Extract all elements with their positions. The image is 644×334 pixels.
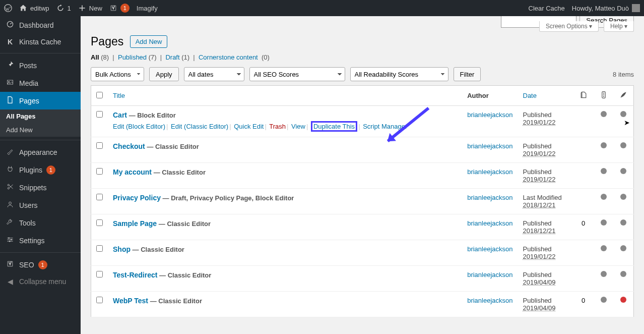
col-title[interactable]: Title (108, 86, 462, 106)
apply-button[interactable]: Apply (149, 67, 179, 81)
site-link[interactable]: editwp (19, 4, 49, 12)
avatar (632, 4, 640, 12)
edit-classic-link[interactable]: Edit (Classic Editor) (171, 123, 228, 130)
row-title-link[interactable]: Cart (113, 111, 127, 119)
submenu-all-pages[interactable]: All Pages (0, 109, 81, 123)
row-checkbox[interactable] (96, 297, 103, 303)
seo-filter[interactable]: All SEO Scores (249, 67, 345, 81)
trash-link[interactable]: Trash (269, 123, 286, 130)
date-label: Published (523, 245, 552, 253)
view-cornerstone[interactable]: Cornerstone content (199, 53, 258, 61)
menu-kinsta[interactable]: KKinsta Cache (0, 34, 81, 50)
new-link[interactable]: New (78, 4, 102, 12)
table-row: Privacy Policy — Draft, Privacy Policy P… (91, 189, 634, 214)
readability-dot (620, 194, 626, 200)
menu-seo[interactable]: SEO 1 (0, 256, 81, 273)
date-value: 2019/04/09 (523, 304, 556, 312)
svg-point-8 (11, 239, 12, 240)
clear-cache-link[interactable]: Clear Cache (529, 5, 565, 12)
quick-edit-link[interactable]: Quick Edit (234, 123, 264, 130)
duplicate-link[interactable]: Duplicate This (313, 123, 355, 130)
bulk-actions-select[interactable]: Bulk Actions (91, 67, 144, 81)
updates-link[interactable]: 1 (56, 4, 71, 12)
imagify-link[interactable]: Imagify (137, 5, 158, 12)
post-state: — Block Editor (127, 112, 176, 119)
date-label: Published (523, 168, 552, 176)
svg-point-4 (8, 184, 9, 186)
author-link[interactable]: brianleejackson (467, 142, 512, 150)
menu-pages[interactable]: Pages (0, 92, 81, 109)
collapse-menu[interactable]: ◀Collapse menu (0, 273, 81, 290)
row-checkbox[interactable] (96, 142, 103, 149)
date-value: 2019/01/22 (523, 150, 556, 157)
page-icon (5, 96, 15, 105)
row-checkbox[interactable] (96, 245, 103, 252)
help-button[interactable]: Help ▾ (604, 21, 634, 32)
author-link[interactable]: brianleejackson (467, 245, 512, 253)
menu-posts[interactable]: Posts (0, 57, 81, 74)
dashboard-icon (5, 20, 15, 30)
collapse-icon: ◀ (5, 277, 15, 286)
row-checkbox[interactable] (96, 111, 103, 118)
view-all[interactable]: All (91, 53, 99, 61)
screen-options-button[interactable]: Screen Options ▾ (539, 21, 599, 32)
svg-point-3 (8, 81, 9, 82)
readability-filter[interactable]: All Readability Scores (350, 67, 448, 81)
col-c1 (573, 189, 594, 214)
submenu-add-new[interactable]: Add New (0, 123, 81, 137)
author-link[interactable]: brianleejackson (467, 297, 512, 304)
row-checkbox[interactable] (96, 168, 103, 175)
wp-logo[interactable] (4, 4, 12, 12)
readability-dot (620, 297, 626, 303)
view-published[interactable]: Published (118, 53, 147, 61)
home-icon (19, 4, 27, 12)
menu-plugins[interactable]: Plugins 1 (0, 161, 81, 179)
row-title-link[interactable]: Checkout (113, 142, 145, 150)
author-link[interactable]: brianleejackson (467, 219, 512, 227)
col-c1 (573, 106, 594, 137)
col-date[interactable]: Date (518, 86, 573, 106)
account-link[interactable]: Howdy, Matteo Duò (572, 4, 640, 12)
view-link[interactable]: View (291, 123, 305, 130)
row-title-link[interactable]: Test-Redirect (113, 271, 157, 279)
author-link[interactable]: brianleejackson (467, 111, 512, 119)
author-link[interactable]: brianleejackson (467, 168, 512, 176)
menu-users[interactable]: Users (0, 196, 81, 214)
menu-tools[interactable]: Tools (0, 214, 81, 232)
add-new-button[interactable]: Add New (130, 35, 168, 48)
svg-point-11 (603, 93, 604, 94)
admin-sidebar: Dashboard KKinsta Cache Posts Media Page… (0, 16, 81, 334)
readability-dot (620, 111, 626, 117)
row-checkbox[interactable] (96, 194, 103, 200)
row-title-link[interactable]: My account (113, 168, 152, 176)
dates-filter[interactable]: All dates (184, 67, 244, 81)
row-title-link[interactable]: Sample Page (113, 219, 157, 228)
col-c1 (573, 163, 594, 189)
menu-dashboard[interactable]: Dashboard (0, 16, 81, 34)
yoast-link[interactable]: 1 (109, 4, 130, 13)
view-draft[interactable]: Draft (165, 53, 179, 61)
table-row: Shop — Classic Editor brianleejackson Pu… (91, 240, 634, 266)
col-traffic-icon (594, 86, 614, 106)
row-checkbox[interactable] (96, 219, 103, 226)
menu-settings[interactable]: Settings (0, 232, 81, 249)
menu-media[interactable]: Media (0, 74, 81, 92)
menu-appearance[interactable]: Appearance (0, 143, 81, 161)
row-title-link[interactable]: WebP Test (113, 297, 148, 305)
filter-button[interactable]: Filter (454, 67, 481, 81)
svg-point-7 (8, 238, 9, 239)
select-all-checkbox[interactable] (96, 92, 103, 98)
row-title-link[interactable]: Privacy Policy (113, 194, 161, 202)
date-value: 2018/12/21 (523, 227, 556, 235)
menu-snippets[interactable]: Snippets (0, 179, 81, 196)
edit-block-link[interactable]: Edit (Block Editor) (113, 123, 165, 130)
user-icon (5, 200, 15, 210)
author-link[interactable]: brianleejackson (467, 271, 512, 279)
row-title-link[interactable]: Shop (113, 245, 131, 253)
yoast-icon (109, 4, 117, 12)
readability-dot (620, 245, 626, 251)
plus-icon (78, 4, 86, 12)
seo-dot (601, 111, 607, 117)
row-checkbox[interactable] (96, 271, 103, 277)
author-link[interactable]: brianleejackson (467, 194, 512, 201)
